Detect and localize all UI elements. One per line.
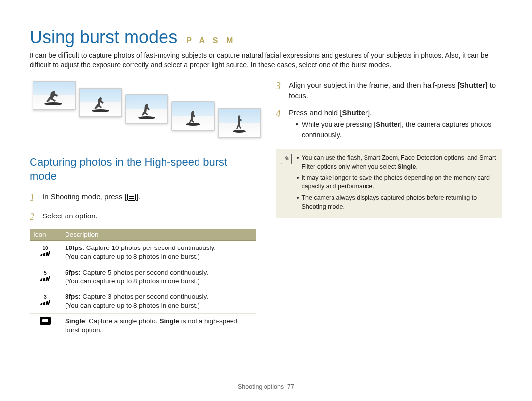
options-table: Icon Description 10 10fps: Capture 10 ph… [30, 229, 256, 338]
col-description: Description [61, 229, 256, 241]
page-title: Using burst modes [30, 27, 177, 48]
burst-frame-2 [79, 88, 122, 117]
svg-point-3 [186, 123, 200, 126]
note-icon: ✎ [281, 154, 292, 164]
step-text: In Shooting mode, press [ [42, 192, 127, 201]
burst-menu-icon [127, 194, 136, 201]
table-row: 5 5fps: Capture 5 photos per second cont… [30, 265, 256, 289]
step-4: 4 Press and hold [Shutter]. • While you … [276, 106, 502, 140]
table-row: 3 3fps: Capture 3 photos per second cont… [30, 289, 256, 313]
step-2: 2 Select an option. [30, 210, 256, 224]
burst-illustration [33, 81, 256, 138]
burst-frame-1 [33, 81, 76, 110]
step-4-bullet: • While you are pressing [Shutter], the … [296, 120, 502, 140]
burst-3fps-icon: 3 [41, 295, 50, 305]
step-number: 3 [276, 79, 284, 101]
step-number: 1 [30, 190, 37, 205]
step-1: 1 In Shooting mode, press []. [30, 190, 256, 205]
svg-point-2 [138, 116, 155, 119]
svg-point-0 [44, 102, 62, 105]
footer-section: Shooting options [238, 383, 284, 390]
mode-indicator: P A S M [186, 36, 235, 45]
footer-page: 77 [287, 383, 294, 390]
burst-frame-3 [125, 94, 168, 124]
step-number: 4 [276, 106, 284, 140]
step-text: Select an option. [42, 210, 98, 224]
burst-frame-5 [218, 108, 261, 138]
table-row: 10 10fps: Capture 10 photos per second c… [30, 241, 256, 265]
note-box: ✎ •You can use the flash, Smart Zoom, Fa… [276, 149, 502, 218]
table-row: Single: Capture a single photo. Single i… [30, 313, 256, 338]
footer: Shooting options 77 [0, 383, 532, 390]
step-text-post: ]. [136, 192, 140, 201]
step-3: 3 Align your subject in the frame, and t… [276, 79, 502, 101]
note-item: •It may take longer to save the photos d… [297, 173, 497, 191]
note-item: •You can use the flash, Smart Zoom, Face… [297, 154, 497, 171]
burst-5fps-icon: 5 [41, 271, 50, 281]
col-icon: Icon [30, 229, 61, 241]
burst-frame-4 [171, 101, 215, 131]
intro-text: It can be difficult to capture photos of… [30, 51, 502, 70]
note-item: •The camera always displays captured pho… [297, 193, 497, 211]
step-number: 2 [30, 210, 37, 224]
burst-10fps-icon: 10 [41, 246, 50, 256]
svg-point-4 [233, 130, 246, 133]
subheading: Capturing photos in the High-speed burst… [30, 155, 256, 183]
title-line: Using burst modes P A S M [30, 27, 502, 48]
single-shot-icon [40, 317, 51, 325]
svg-point-1 [92, 109, 109, 112]
